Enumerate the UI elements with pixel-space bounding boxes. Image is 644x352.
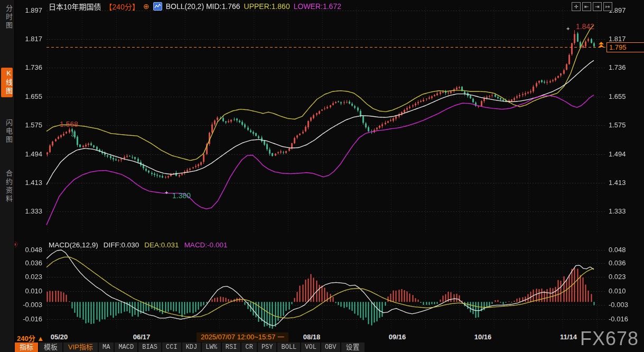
axis-label: 1.897 — [15, 7, 42, 14]
chart-canvas[interactable] — [0, 0, 644, 352]
boll-upper-label: UPPER:1.860 — [244, 2, 290, 11]
date-tick-label: 10/16 — [474, 333, 492, 341]
fx678-watermark: FX678 — [580, 328, 639, 350]
sidebar: 分时图 K线图 闪电图 合约资料 — [0, 0, 15, 352]
toolbar-item-RSI[interactable]: RSI — [222, 342, 241, 352]
axis-label: 1.575 — [609, 122, 626, 129]
axis-label: 0.036 — [15, 260, 42, 267]
axis-label: 0.048 — [15, 246, 42, 254]
axis-label: 1.817 — [15, 35, 42, 43]
annotation-late-high: 1.842 — [576, 22, 594, 31]
axis-label: 1.333 — [15, 208, 42, 215]
axis-label: 1.413 — [15, 179, 42, 187]
axis-label: 0.010 — [15, 288, 42, 295]
symbol-title: 日本10年期国债 — [49, 1, 101, 12]
sidebar-tab-contract-info[interactable]: 合约资料 — [1, 168, 13, 205]
toolbar-item-模板[interactable]: 模板 — [39, 342, 62, 352]
chart-tool-buttons: ✛⇤⇥↦ — [572, 2, 612, 11]
zoom-out-icon[interactable]: ⇤ — [582, 2, 591, 11]
axis-label: 1.333 — [609, 208, 626, 215]
axis-label: 1.655 — [15, 93, 42, 100]
macd-dea: DEA:0.031 — [144, 241, 179, 249]
macd-diff: DIFF:0.030 — [104, 241, 139, 249]
hovered-bar-time-label: 2025/07/07 12:00~15:57 一 — [197, 332, 288, 342]
annotation-early-high: 1.568 — [60, 120, 78, 128]
axis-label: 1.655 — [609, 93, 626, 100]
zoom-in-icon[interactable]: ⇥ — [593, 2, 602, 11]
date-tick-label: 11/14 — [560, 333, 577, 341]
axis-label: 1.494 — [609, 151, 626, 158]
axis-label: 1.413 — [609, 179, 626, 187]
toolbar-item-OBV[interactable]: OBV — [321, 342, 340, 352]
axis-label: -0.003 — [609, 301, 628, 309]
toolbar-item-PSY[interactable]: PSY — [258, 342, 277, 352]
add-indicator-icon[interactable]: ⊕ — [143, 2, 150, 11]
toolbar-item-CR[interactable]: CR — [241, 342, 256, 352]
last-price-tag: 1.795 — [606, 42, 644, 52]
axis-label: 0.010 — [609, 288, 626, 295]
annotation-low: 1.380 — [172, 191, 191, 200]
sidebar-tab-kline-chart[interactable]: K线图 — [1, 68, 13, 97]
indicator-toolbar: 指标模板VIP指标MAMACDBIASCCIKDJLW%RSICRPSYBOLL… — [15, 342, 365, 352]
macd-header: MACD(26,12,9) DIFF:0.030 DEA:0.031 MACD:… — [49, 241, 227, 249]
toolbar-item-KDJ[interactable]: KDJ — [182, 342, 201, 352]
sell-signal-arrow-icon: ⇩ — [70, 131, 76, 138]
toolbar-item-MACD[interactable]: MACD — [115, 342, 137, 352]
low-marker-icon: + — [165, 189, 168, 196]
date-tick-label: 05/20 — [51, 333, 68, 341]
sidebar-tab-flash-chart[interactable]: 闪电图 — [1, 117, 13, 146]
axis-label: 1.736 — [15, 64, 42, 71]
boll-lower-label: LOWER:1.672 — [294, 2, 341, 11]
axis-label: 0.036 — [609, 260, 626, 267]
axis-label: 1.736 — [609, 64, 626, 71]
toolbar-item-CCI[interactable]: CCI — [162, 342, 181, 352]
chart-app: 分时图 K线图 闪电图 合约资料 日本10年期国债 【240分】 ⊕ BOLL(… — [0, 0, 644, 352]
boll-mid-label: BOLL(20,2) MID:1.766 — [166, 2, 240, 11]
high-marker-icon: + — [566, 25, 570, 32]
date-tick-label: 09/16 — [389, 333, 406, 341]
axis-label: 1.494 — [15, 151, 42, 158]
toolbar-item-VOL[interactable]: VOL — [301, 342, 320, 352]
macd-value: MACD:-0.001 — [184, 241, 228, 249]
period-tag[interactable]: 【240分】 — [105, 1, 139, 12]
toolbar-item-LW%[interactable]: LW% — [202, 342, 221, 352]
axis-label: 0.023 — [15, 273, 42, 281]
axis-label: 1.575 — [15, 122, 42, 129]
toolbar-item-BOLL[interactable]: BOLL — [277, 342, 300, 352]
period-selector[interactable]: 240分 ▲ — [17, 333, 44, 343]
pan-tool-icon[interactable]: ✛ — [572, 2, 581, 11]
toolbar-item-VIP指标[interactable]: VIP指标 — [63, 342, 98, 352]
toolbar-item-指标[interactable]: 指标 — [15, 342, 38, 352]
axis-label: 0.048 — [609, 246, 626, 254]
axis-label: -0.016 — [609, 316, 628, 323]
indicator-chart-icon[interactable] — [153, 2, 162, 11]
time-axis: 240分 ▲ 05/2006/1708/1809/1610/1611/14 20… — [15, 332, 644, 342]
macd-name: MACD(26,12,9) — [49, 241, 98, 249]
toolbar-item-BIAS[interactable]: BIAS — [138, 342, 161, 352]
date-tick-label: 06/17 — [133, 333, 151, 341]
axis-label: 1.817 — [609, 35, 626, 43]
axis-label: 0.023 — [609, 273, 626, 281]
sidebar-tab-time-chart[interactable]: 分时图 — [1, 3, 13, 32]
date-tick-label: 08/18 — [303, 333, 321, 341]
axis-label: -0.016 — [15, 316, 42, 323]
toolbar-item-MA[interactable]: MA — [99, 342, 114, 352]
jump-to-end-icon[interactable]: ↦ — [603, 2, 612, 11]
toolbar-item-设置[interactable]: 设置 — [341, 342, 365, 352]
indicator-topbar: 日本10年期国债 【240分】 ⊕ BOLL(20,2) MID:1.766 U… — [49, 2, 341, 11]
axis-label: -0.003 — [15, 301, 42, 309]
